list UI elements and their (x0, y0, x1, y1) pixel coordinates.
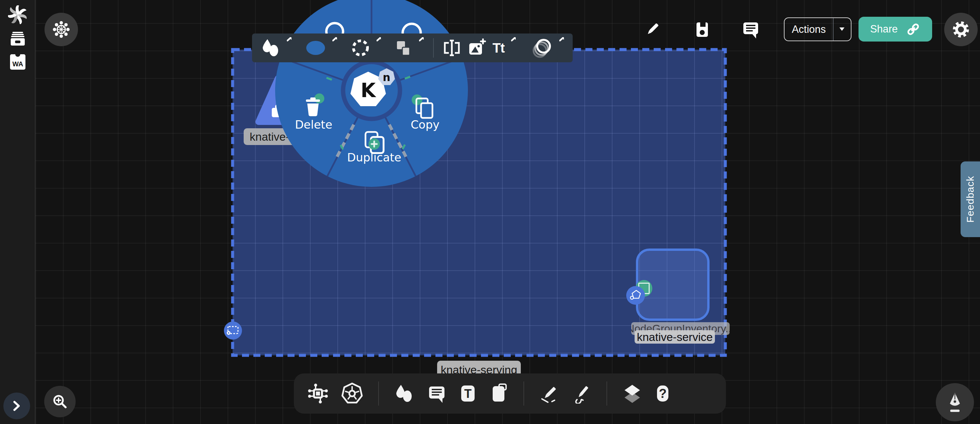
wasm-label: WA (13, 60, 23, 68)
app-logo-icon[interactable] (8, 5, 27, 24)
field-width-icon (443, 39, 461, 57)
comment-tool[interactable] (427, 383, 447, 404)
chevron-up-icon[interactable] (287, 37, 291, 59)
feedback-label: Feedback (965, 176, 976, 223)
field-width-button[interactable] (443, 37, 461, 59)
share-button[interactable]: Share (859, 17, 932, 41)
freehand-tool[interactable] (572, 383, 591, 404)
archive-icon[interactable] (10, 31, 26, 48)
node-name-label[interactable]: knative-service (635, 330, 715, 344)
text-tool-letter: T (464, 387, 472, 400)
connector-pen-icon (539, 384, 559, 403)
flow-icon (308, 384, 328, 403)
fill-color-button[interactable] (305, 37, 326, 59)
fill-swatch-icon (305, 40, 326, 56)
text-tool-icon: T (460, 384, 476, 403)
zoom-in-button[interactable] (44, 386, 76, 417)
opacity-button[interactable] (531, 37, 553, 59)
help-tool[interactable]: ? (655, 383, 670, 404)
gear-icon (952, 21, 970, 38)
pencil-icon (643, 20, 662, 39)
main-toolbar: T (294, 373, 726, 414)
shapes-icon (261, 37, 280, 59)
cluster-button[interactable] (45, 13, 78, 46)
connector-tool[interactable] (539, 383, 559, 404)
chevron-up-icon[interactable] (332, 37, 337, 59)
dashed-rect-gear-icon (226, 325, 240, 336)
layers-icon (622, 383, 642, 404)
chevron-right-icon (13, 400, 21, 411)
wasm-icon[interactable]: WA (10, 54, 26, 70)
arrange-button[interactable] (395, 37, 412, 59)
dashed-circle-icon (351, 38, 370, 57)
zoom-in-icon (51, 393, 68, 410)
canvas[interactable]: { "header": { "actions_label": "Actions"… (0, 0, 980, 424)
kubernetes-icon (341, 383, 363, 405)
rectangle-note-icon (489, 383, 508, 404)
pen-nib-icon (944, 391, 966, 414)
opacity-circles-icon (531, 37, 553, 59)
border-style-button[interactable] (351, 37, 370, 59)
toolbar-divider (433, 38, 433, 57)
actions-label: Actions (784, 18, 833, 40)
freehand-pencil-icon (572, 384, 591, 403)
text-style-label: Tt (493, 40, 505, 56)
text-tool[interactable]: T (460, 383, 476, 404)
image-add-icon (467, 38, 486, 57)
rectangle-tool[interactable] (489, 383, 508, 404)
expand-sidebar-button[interactable] (3, 392, 30, 419)
save-icon (694, 20, 711, 39)
chevron-up-icon[interactable] (511, 37, 516, 59)
comments-button[interactable] (737, 16, 764, 43)
settings-button[interactable] (944, 13, 978, 46)
radial-context-menu[interactable]: Delete Copy Duplicate K (271, 0, 485, 194)
duplicate-option-label: Duplicate (347, 151, 401, 164)
caret-down-icon (839, 27, 845, 31)
node-name-text: knative-service (637, 330, 713, 344)
flow-tool[interactable] (308, 383, 328, 404)
node-pentagon-badge[interactable] (626, 286, 645, 305)
chevron-up-icon[interactable] (559, 37, 564, 59)
shapes-tool[interactable] (394, 383, 414, 404)
actions-dropdown[interactable] (834, 18, 851, 40)
feedback-tab[interactable]: Feedback (961, 161, 980, 237)
knative-k: K (361, 79, 377, 102)
pentagon-gear-icon (628, 289, 643, 302)
shape-style-button[interactable] (261, 37, 280, 59)
help-icon: ? (655, 384, 670, 403)
toolbar-divider (606, 381, 607, 406)
teal-dot-icon (314, 94, 325, 104)
actions-button[interactable]: Actions (784, 18, 851, 41)
edit-button[interactable] (639, 16, 666, 43)
share-label: Share (870, 23, 898, 35)
text-style-button[interactable]: Tt (493, 37, 505, 59)
app-sidebar: WA (0, 0, 35, 424)
arrange-icon (395, 38, 412, 57)
kubernetes-tool[interactable] (341, 383, 363, 404)
help-question-mark: ? (659, 386, 667, 400)
format-toolbar: Tt (252, 33, 573, 62)
layers-tool[interactable] (622, 383, 642, 404)
toolbar-divider (523, 381, 524, 406)
image-button[interactable] (467, 37, 486, 59)
comment-icon (427, 384, 447, 403)
cluster-icon (52, 20, 71, 39)
knative-n: n (383, 71, 391, 84)
chevron-up-icon[interactable] (419, 37, 424, 59)
delete-option-label: Delete (295, 118, 332, 131)
radial-menu-center: K n (343, 62, 400, 119)
link-icon (906, 22, 920, 37)
comment-icon (741, 19, 760, 40)
copy-option-label: Copy (410, 118, 439, 131)
pen-mode-button[interactable] (936, 383, 974, 421)
toolbar-divider (378, 381, 379, 406)
region-edit-badge[interactable] (224, 322, 242, 340)
chevron-up-icon[interactable] (377, 37, 381, 59)
shapes-icon (394, 383, 414, 404)
save-button[interactable] (689, 16, 716, 43)
